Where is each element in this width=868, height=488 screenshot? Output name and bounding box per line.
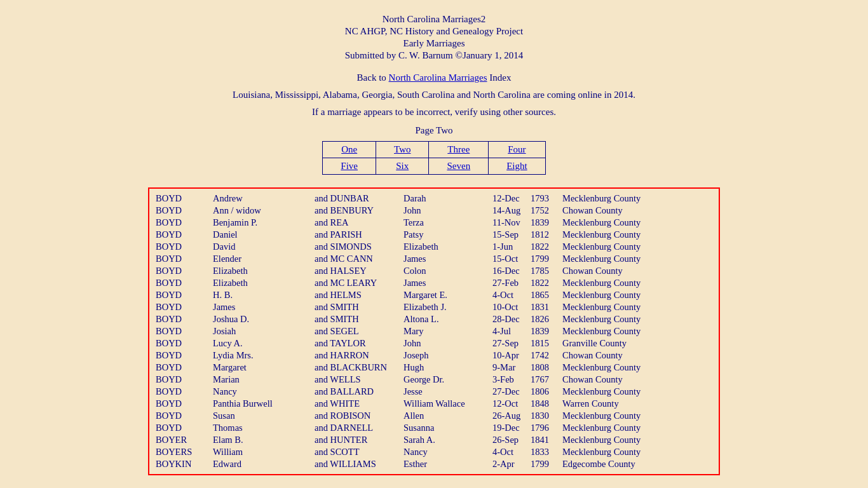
nav-link-five[interactable]: Five bbox=[341, 161, 358, 171]
title-line2: NC AHGP, NC History and Genealogy Projec… bbox=[25, 26, 843, 37]
col-and-name: and MC CANN bbox=[315, 254, 403, 264]
col-and-name: and SMITH bbox=[315, 302, 403, 313]
col-spouse-name: Sarah A. bbox=[403, 435, 492, 445]
col-date: 9-Mar bbox=[492, 362, 531, 373]
col-year: 1848 bbox=[531, 398, 562, 409]
col-and-name: and BLACKBURN bbox=[315, 362, 403, 373]
col-county: Mecklenburg County bbox=[562, 423, 712, 433]
table-row: BOYD Andrew and DUNBAR Darah 12-Dec 1793… bbox=[156, 193, 712, 205]
table-row: BOYD Nancy and BALLARD Jesse 27-Dec 1806… bbox=[156, 386, 712, 398]
table-row: BOYD H. B. and HELMS Margaret E. 4-Oct 1… bbox=[156, 289, 712, 301]
col-last-name: BOYD bbox=[156, 423, 213, 433]
nav-link-seven[interactable]: Seven bbox=[447, 161, 470, 171]
col-first-name: Nancy bbox=[213, 386, 315, 397]
table-row: BOYD Elender and MC CANN James 15-Oct 17… bbox=[156, 253, 712, 265]
nav-link-two[interactable]: Two bbox=[394, 144, 410, 154]
col-date: 4-Jul bbox=[492, 326, 531, 337]
col-last-name: BOYD bbox=[156, 290, 213, 301]
table-row: BOYD Elizabeth and HALSEY Colon 16-Dec 1… bbox=[156, 265, 712, 277]
col-and-name: and HELMS bbox=[315, 290, 403, 301]
col-and-name: and ROBISON bbox=[315, 410, 403, 421]
table-row: BOYD James and SMITH Elizabeth J. 10-Oct… bbox=[156, 301, 712, 313]
col-and-name: and WHITE bbox=[315, 398, 403, 409]
col-last-name: BOYD bbox=[156, 338, 213, 349]
nav-link-four[interactable]: Four bbox=[508, 144, 526, 154]
col-spouse-name: Allen bbox=[403, 410, 492, 421]
col-county: Mecklenburg County bbox=[562, 217, 712, 228]
col-county: Mecklenburg County bbox=[562, 290, 712, 301]
table-row: BOYD Daniel and PARISH Patsy 15-Sep 1812… bbox=[156, 229, 712, 241]
col-spouse-name: Elizabeth J. bbox=[403, 302, 492, 313]
col-last-name: BOYD bbox=[156, 410, 213, 421]
col-county: Chowan County bbox=[562, 205, 712, 216]
back-link[interactable]: North Carolina Marriages bbox=[389, 72, 487, 83]
nav-link-eight[interactable]: Eight bbox=[506, 161, 527, 171]
col-county: Mecklenburg County bbox=[562, 314, 712, 325]
back-link-container: Back to North Carolina Marriages Index bbox=[25, 72, 843, 83]
col-county: Mecklenburg County bbox=[562, 326, 712, 337]
col-year: 1822 bbox=[531, 278, 562, 288]
title-line1: North Carolina Marriages2 bbox=[25, 14, 843, 25]
col-spouse-name: Nancy bbox=[403, 447, 492, 458]
table-row: BOYER Elam B. and HUNTER Sarah A. 26-Sep… bbox=[156, 434, 712, 446]
table-row: BOYD Marian and WELLS George Dr. 3-Feb 1… bbox=[156, 374, 712, 386]
col-and-name: and SIMONDS bbox=[315, 241, 403, 252]
col-first-name: H. B. bbox=[213, 290, 315, 301]
table-row: BOYD Margaret and BLACKBURN Hugh 9-Mar 1… bbox=[156, 362, 712, 374]
col-last-name: BOYD bbox=[156, 326, 213, 337]
col-spouse-name: Margaret E. bbox=[403, 290, 492, 301]
col-year: 1808 bbox=[531, 362, 562, 373]
col-year: 1799 bbox=[531, 254, 562, 264]
col-last-name: BOYD bbox=[156, 266, 213, 276]
nav-link-one[interactable]: One bbox=[341, 144, 357, 154]
col-year: 1839 bbox=[531, 326, 562, 337]
col-first-name: Andrew bbox=[213, 193, 315, 204]
col-first-name: Lydia Mrs. bbox=[213, 350, 315, 361]
col-year: 1839 bbox=[531, 217, 562, 228]
col-last-name: BOYD bbox=[156, 229, 213, 240]
table-row: BOYD Elizabeth and MC LEARY James 27-Feb… bbox=[156, 277, 712, 289]
col-date: 27-Sep bbox=[492, 338, 531, 349]
page-header: North Carolina Marriages2 NC AHGP, NC Hi… bbox=[25, 14, 843, 61]
col-and-name: and HALSEY bbox=[315, 266, 403, 276]
col-county: Mecklenburg County bbox=[562, 254, 712, 264]
page-label: Page Two bbox=[25, 125, 843, 136]
info-text-1: Louisiana, Mississippi, Alabama, Georgia… bbox=[25, 90, 843, 100]
col-date: 28-Dec bbox=[492, 314, 531, 325]
col-county: Chowan County bbox=[562, 350, 712, 361]
col-first-name: Thomas bbox=[213, 423, 315, 433]
col-last-name: BOYD bbox=[156, 374, 213, 385]
col-and-name: and HARRON bbox=[315, 350, 403, 361]
col-last-name: BOYERS bbox=[156, 447, 213, 458]
col-first-name: Marian bbox=[213, 374, 315, 385]
col-county: Mecklenburg County bbox=[562, 193, 712, 204]
col-first-name: Daniel bbox=[213, 229, 315, 240]
col-and-name: and TAYLOR bbox=[315, 338, 403, 349]
nav-link-six[interactable]: Six bbox=[396, 161, 409, 171]
col-spouse-name: Terza bbox=[403, 217, 492, 228]
col-county: Mecklenburg County bbox=[562, 435, 712, 445]
col-spouse-name: Susanna bbox=[403, 423, 492, 433]
col-date: 10-Oct bbox=[492, 302, 531, 313]
table-row: BOYD Ann / widow and BENBURY John 14-Aug… bbox=[156, 205, 712, 217]
col-year: 1796 bbox=[531, 423, 562, 433]
col-year: 1831 bbox=[531, 302, 562, 313]
table-row: BOYD Lucy A. and TAYLOR John 27-Sep 1815… bbox=[156, 337, 712, 349]
col-date: 2-Apr bbox=[492, 459, 531, 470]
col-date: 19-Dec bbox=[492, 423, 531, 433]
col-and-name: and DARNELL bbox=[315, 423, 403, 433]
col-county: Granville County bbox=[562, 338, 712, 349]
col-last-name: BOYD bbox=[156, 362, 213, 373]
col-first-name: David bbox=[213, 241, 315, 252]
col-date: 27-Dec bbox=[492, 386, 531, 397]
col-spouse-name: George Dr. bbox=[403, 374, 492, 385]
col-spouse-name: Patsy bbox=[403, 229, 492, 240]
table-row: BOYD Lydia Mrs. and HARRON Joseph 10-Apr… bbox=[156, 349, 712, 362]
col-spouse-name: Mary bbox=[403, 326, 492, 337]
nav-link-three[interactable]: Three bbox=[447, 144, 470, 154]
col-first-name: Lucy A. bbox=[213, 338, 315, 349]
col-and-name: and SCOTT bbox=[315, 447, 403, 458]
col-date: 12-Oct bbox=[492, 398, 531, 409]
col-last-name: BOYD bbox=[156, 205, 213, 216]
col-and-name: and BENBURY bbox=[315, 205, 403, 216]
